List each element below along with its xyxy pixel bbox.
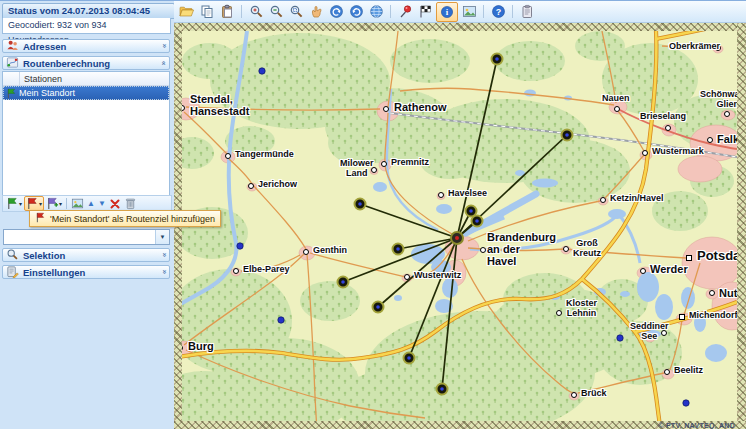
status-panel-header: Status vom 24.07.2013 08:04:45 — [2, 3, 175, 19]
town-marker[interactable] — [707, 137, 713, 143]
station-combobox[interactable]: ▼ — [3, 229, 170, 245]
dropdown-arrow-icon[interactable]: ▾ — [19, 201, 22, 207]
town-marker[interactable] — [225, 153, 231, 159]
town-marker[interactable] — [724, 111, 730, 117]
chevron-up-icon[interactable]: » — [160, 61, 168, 65]
toolbar-separator — [512, 5, 513, 18]
town-marker[interactable] — [640, 268, 646, 274]
tooltip: 'Mein Standort' als Routenziel hinzufüge… — [29, 210, 221, 227]
panel-label-einstellungen: Einstellungen — [23, 267, 85, 278]
add-destination-flag-button[interactable]: ▾ — [24, 196, 44, 211]
town-label: Michendorf — [689, 311, 737, 321]
town-label: Oberkrämer — [669, 42, 720, 52]
town-label: KlosterLehnin — [566, 299, 597, 319]
green-flag-icon — [3, 88, 19, 99]
clear-all-trash-button[interactable] — [123, 197, 138, 210]
nav-forward-button[interactable] — [347, 3, 365, 21]
image-button[interactable] — [460, 3, 478, 21]
town-marker[interactable] — [438, 192, 444, 198]
pushpin-button[interactable] — [396, 3, 414, 21]
town-label: Havelsee — [448, 189, 487, 199]
map-viewport[interactable]: Stendal,HansestadtTangermündeJerichowRat… — [174, 23, 746, 429]
move-up-button[interactable]: ▲ — [86, 200, 96, 208]
town-label: SeddinerSee — [630, 322, 669, 342]
addresses-icon — [6, 39, 19, 54]
paste-button[interactable] — [218, 3, 236, 21]
map-canvas[interactable]: Stendal,HansestadtTangermündeJerichowRat… — [182, 31, 737, 421]
town-marker[interactable] — [600, 197, 606, 203]
town-marker[interactable] — [182, 105, 185, 111]
svg-text:?: ? — [495, 7, 501, 17]
town-label: Genthin — [313, 246, 347, 256]
show-on-map-button[interactable] — [70, 197, 85, 210]
town-marker[interactable] — [480, 247, 486, 253]
town-label: Burg — [188, 340, 214, 352]
town-marker[interactable] — [571, 392, 577, 398]
town-marker[interactable] — [642, 150, 648, 156]
chevron-down-icon[interactable]: » — [160, 270, 168, 274]
pan-hand-button[interactable] — [307, 3, 325, 21]
map-toolbar: i ? — [174, 1, 746, 23]
tree-icon-column — [3, 72, 20, 85]
move-down-button[interactable]: ▼ — [97, 200, 107, 208]
panel-label-adressen: Adressen — [23, 41, 66, 52]
panel-header-routenberechnung[interactable]: Routenberechnung » — [2, 56, 170, 70]
town-marker[interactable] — [303, 249, 309, 255]
town-marker[interactable] — [709, 290, 715, 296]
overview-globe-button[interactable] — [367, 3, 385, 21]
stations-tree: Stationen Mein Standort — [2, 71, 170, 197]
town-marker[interactable] — [665, 125, 671, 131]
town-marker[interactable] — [563, 246, 569, 252]
add-station-flag-button[interactable]: ▾ — [45, 197, 63, 210]
town-marker[interactable] — [233, 268, 239, 274]
town-marker[interactable] — [182, 345, 183, 351]
town-marker[interactable] — [664, 369, 670, 375]
town-label: Tangermünde — [235, 150, 294, 160]
zoom-in-button[interactable] — [247, 3, 265, 21]
town-label-layer: Stendal,HansestadtTangermündeJerichowRat… — [182, 31, 737, 421]
town-marker[interactable] — [614, 106, 620, 112]
town-marker[interactable] — [679, 314, 685, 320]
tree-row-mein-standort[interactable]: Mein Standort — [3, 86, 169, 100]
chevron-down-icon[interactable]: » — [160, 44, 168, 48]
info-button[interactable]: i — [436, 2, 458, 22]
town-label: Premnitz — [391, 158, 429, 168]
open-folder-button[interactable] — [178, 3, 196, 21]
town-label: Werder — [650, 263, 688, 275]
town-label: GroßKreutz — [573, 239, 601, 259]
copy-button[interactable] — [198, 3, 216, 21]
zoom-out-button[interactable] — [267, 3, 285, 21]
help-button[interactable]: ? — [489, 3, 507, 21]
town-label: Falkensee — [717, 133, 737, 145]
magnifier-icon — [6, 248, 19, 263]
delete-button[interactable] — [108, 198, 122, 210]
chevron-down-icon[interactable]: » — [160, 253, 168, 257]
tree-column-header[interactable]: Stationen — [20, 74, 62, 84]
nav-back-button[interactable] — [327, 3, 345, 21]
town-marker[interactable] — [248, 183, 254, 189]
combobox-dropdown-icon[interactable]: ▼ — [155, 230, 169, 244]
route-flag-button[interactable] — [416, 3, 434, 21]
dropdown-arrow-icon[interactable]: ▾ — [39, 201, 42, 207]
red-flag-icon — [35, 212, 46, 225]
map-attribution: © PTV, NAVTEQ, AND — [658, 422, 735, 429]
zoom-window-button[interactable] — [287, 3, 305, 21]
toolbar-separator — [483, 5, 484, 18]
town-label: Beelitz — [674, 366, 703, 376]
town-marker[interactable] — [383, 106, 389, 112]
dropdown-arrow-icon[interactable]: ▾ — [59, 201, 62, 207]
report-button[interactable] — [518, 3, 536, 21]
town-marker[interactable] — [381, 161, 387, 167]
tooltip-text: 'Mein Standort' als Routenziel hinzufüge… — [50, 214, 215, 224]
town-label: Brieselang — [640, 112, 686, 122]
town-label: Ketzin/Havel — [610, 194, 664, 204]
town-label: Schönwalde-Glien — [700, 90, 737, 110]
town-marker[interactable] — [556, 310, 562, 316]
town-marker[interactable] — [404, 274, 410, 280]
panel-header-adressen[interactable]: Adressen » — [2, 39, 170, 53]
add-start-flag-button[interactable]: ▾ — [5, 197, 23, 210]
town-label: Jerichow — [258, 180, 297, 190]
panel-header-selektion[interactable]: Selektion » — [2, 248, 170, 262]
panel-header-einstellungen[interactable]: Einstellungen » — [2, 265, 170, 279]
town-marker[interactable] — [686, 255, 692, 261]
